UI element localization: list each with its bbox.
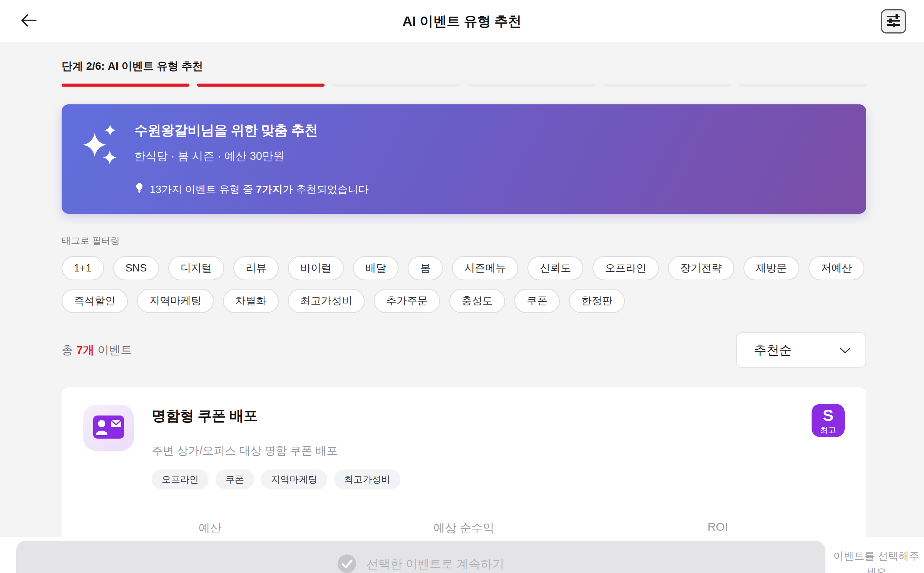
progress-segment	[603, 84, 731, 87]
filter-sliders-icon	[886, 14, 901, 29]
event-tag: 지역마케팅	[261, 469, 327, 489]
filter-tag[interactable]: 충성도	[449, 289, 505, 313]
filter-tag[interactable]: 추가주문	[374, 289, 440, 313]
filter-label: 태그로 필터링	[62, 235, 866, 247]
stat-label: ROI	[591, 520, 845, 533]
filter-tag[interactable]: 리뷰	[233, 256, 279, 280]
banner-subtitle: 한식당 · 봄 시즌 · 예산 30만원	[134, 149, 369, 164]
banner-title: 수원왕갈비님을 위한 맞춤 추천	[134, 121, 369, 139]
recommendation-banner: 수원왕갈비님을 위한 맞춤 추천 한식당 · 봄 시즌 · 예산 30만원 13…	[62, 104, 866, 214]
content: 단계 2/6: AI 이벤트 유형 추천 수원왕갈비님을 위한 맞춤 추천 한식…	[0, 43, 924, 573]
event-tag: 오프라인	[152, 469, 209, 489]
filter-tag[interactable]: 즉석할인	[62, 289, 128, 313]
banner-info-text: 13가지 이벤트 유형 중 7가지가 추천되었습니다	[150, 183, 369, 196]
grade-badge-letter: S	[823, 407, 834, 424]
event-tag: 최고가성비	[334, 469, 400, 489]
progress-segment	[332, 84, 460, 87]
sparkles-icon	[83, 124, 121, 168]
page-title: AI 이벤트 유형 추천	[402, 12, 521, 30]
grade-badge-label: 최고	[820, 426, 836, 434]
event-description: 주변 상가/오피스 대상 명함 쿠폰 배포	[152, 443, 400, 459]
filter-tag[interactable]: 한정판	[569, 289, 625, 313]
event-count: 총 7개 이벤트	[62, 342, 132, 358]
event-card-head: 명함형 쿠폰 배포 주변 상가/오피스 대상 명함 쿠폰 배포 오프라인쿠폰지역…	[83, 405, 845, 489]
filter-tag[interactable]: 봄	[408, 256, 443, 280]
event-count-number: 7개	[76, 343, 94, 356]
count-row: 총 7개 이벤트 추천순	[62, 332, 866, 368]
event-title: 명함형 쿠폰 배포	[152, 406, 400, 426]
filter-tag-list: 1+1SNS디지털리뷰바이럴배달봄시즌메뉴신뢰도오프라인장기전략재방문저예산즉석…	[62, 256, 866, 313]
page: AI 이벤트 유형 추천 단계 2/6:	[0, 0, 924, 573]
check-circle-icon	[337, 554, 357, 573]
filter-tag[interactable]: 디지털	[168, 256, 224, 280]
progress-segment	[738, 84, 866, 87]
filter-tag[interactable]: 1+1	[62, 256, 104, 280]
chevron-down-icon	[839, 343, 851, 357]
bottom-bar: 선택한 이벤트로 계속하기 이벤트를 선택해주세요	[0, 537, 924, 573]
filter-tag[interactable]: 신뢰도	[527, 256, 583, 280]
filter-tag[interactable]: 최고가성비	[288, 289, 365, 313]
filter-tag[interactable]: SNS	[113, 256, 159, 280]
progress-bar	[62, 84, 866, 87]
filter-settings-button[interactable]	[881, 9, 906, 34]
event-tag-list: 오프라인쿠폰지역마케팅최고가성비	[152, 469, 400, 489]
continue-button[interactable]: 선택한 이벤트로 계속하기	[16, 541, 825, 573]
filter-tag[interactable]: 바이럴	[288, 256, 344, 280]
stat-label: 예상 순수익	[337, 520, 591, 536]
continue-button-label: 선택한 이벤트로 계속하기	[367, 556, 504, 572]
filter-tag[interactable]: 오프라인	[593, 256, 659, 280]
grade-badge: S 최고	[812, 404, 845, 437]
lightbulb-icon	[134, 182, 144, 197]
filter-tag[interactable]: 저예산	[808, 256, 864, 280]
stat-label: 예산	[83, 520, 337, 536]
back-arrow-icon	[20, 13, 37, 29]
banner-info-count: 7가지	[256, 184, 283, 195]
back-button[interactable]	[17, 10, 40, 33]
filter-tag[interactable]: 시즌메뉴	[452, 256, 518, 280]
sort-dropdown[interactable]: 추천순	[736, 332, 866, 368]
filter-tag[interactable]: 차별화	[223, 289, 279, 313]
progress-segment	[197, 84, 325, 87]
step-label: 단계 2/6: AI 이벤트 유형 추천	[62, 59, 866, 74]
banner-info: 13가지 이벤트 유형 중 7가지가 추천되었습니다	[134, 182, 369, 197]
header: AI 이벤트 유형 추천	[0, 0, 924, 42]
contact-card-icon	[93, 416, 124, 440]
progress-segment	[468, 84, 596, 87]
event-icon-container	[83, 405, 134, 451]
progress-segment	[62, 84, 189, 87]
event-tag: 쿠폰	[216, 469, 254, 489]
filter-tag[interactable]: 배달	[353, 256, 398, 280]
select-event-hint: 이벤트를 선택해주세요	[831, 548, 922, 573]
filter-tag[interactable]: 지역마케팅	[137, 289, 214, 313]
filter-tag[interactable]: 쿠폰	[514, 289, 560, 313]
filter-tag[interactable]: 재방문	[743, 256, 799, 280]
banner-body: 수원왕갈비님을 위한 맞춤 추천 한식당 · 봄 시즌 · 예산 30만원 13…	[134, 121, 369, 197]
filter-tag[interactable]: 장기전략	[668, 256, 734, 280]
sort-selected-value: 추천순	[754, 342, 792, 359]
event-card-text: 명함형 쿠폰 배포 주변 상가/오피스 대상 명함 쿠폰 배포 오프라인쿠폰지역…	[152, 405, 400, 489]
